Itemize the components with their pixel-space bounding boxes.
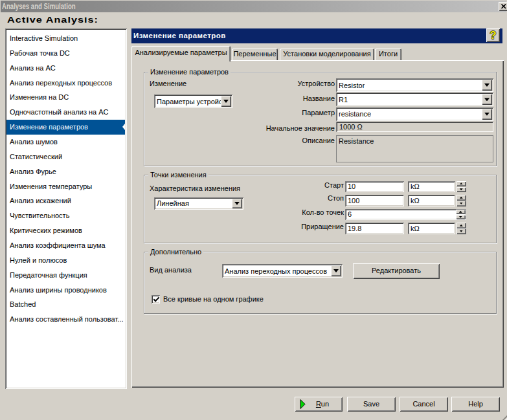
svg-text:?: ? xyxy=(490,29,496,41)
